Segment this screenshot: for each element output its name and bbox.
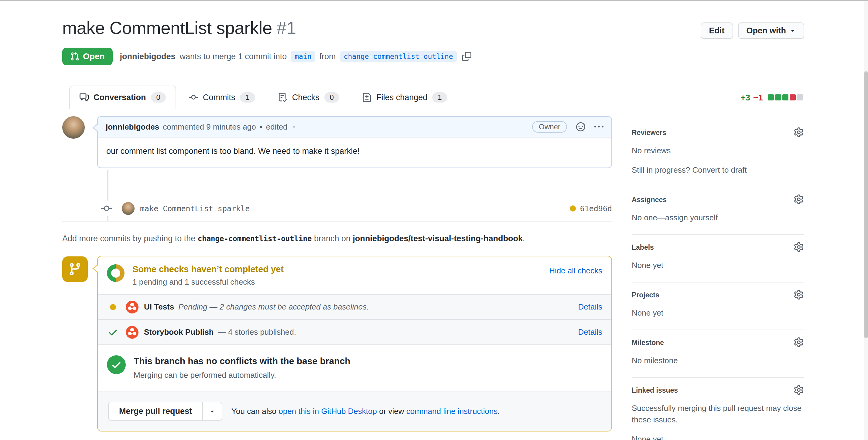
git-commit-icon [101,201,112,216]
comment-header: jonniebigodes commented 9 minutes ago • … [98,117,611,137]
check-row-ui-tests: UI Tests Pending — 2 changes must be acc… [98,294,611,319]
meta-text: wants to merge 1 commit into [180,52,287,61]
check-description: Pending — 2 changes must be accepted as … [178,302,369,312]
tab-count: 1 [432,92,447,103]
checklist-icon [278,93,287,102]
gear-icon[interactable] [794,337,804,347]
tab-count: 1 [240,92,255,103]
copy-branch-button[interactable] [462,52,471,61]
tab-files-changed[interactable]: Files changed 1 [352,86,457,109]
checks-summary: Some checks haven’t completed yet 1 pend… [98,257,611,294]
checks-title: Some checks haven’t completed yet [132,264,284,274]
avatar[interactable] [62,116,85,139]
gear-icon[interactable] [794,195,804,204]
git-commit-icon [189,93,198,102]
reviewers-hint: Still in progress? Convert to draft [632,164,804,176]
pending-dot-icon [107,304,119,310]
diff-block-add [768,94,774,100]
merge-pull-request-button[interactable]: Merge pull request [109,402,203,420]
sidebar-section-reviewers: Reviewers No reviews Still in progress? … [632,120,804,187]
commit-message-link[interactable]: make CommentList sparkle [140,204,250,213]
pr-number: #1 [277,18,296,38]
diffstat-blocks [767,93,803,103]
alternative-merge-text: You can also open this in GitHub Desktop… [231,407,500,416]
assignees-value: No one—assign yourself [632,212,804,223]
head-branch-chip[interactable]: change-commentlist-outline [340,51,457,62]
chromatic-logo-icon [126,326,138,339]
comment-options-button[interactable] [594,122,603,131]
push-hint-text: Add more commits by pushing to the [62,234,195,243]
chevron-down-icon [789,28,796,34]
kebab-horizontal-icon [594,122,603,131]
clipboard-copy-icon [462,52,471,61]
tab-checks[interactable]: Checks 0 [268,86,349,109]
header-actions: Edit Open with [701,23,805,39]
tab-label: Commits [203,93,236,102]
scrollbar-track[interactable] [864,1,868,440]
merge-options-dropdown[interactable] [203,402,222,420]
scrollbar-thumb[interactable] [864,71,868,338]
merge-status-box: Some checks haven’t completed yet 1 pend… [97,256,612,432]
sidebar-section-assignees: Assignees No one—assign yourself [632,187,804,235]
edit-button-label: Edit [709,26,725,35]
gear-icon[interactable] [794,128,804,137]
window-top-border [0,0,868,1]
tab-label: Files changed [376,93,427,102]
pr-comment: jonniebigodes commented 9 minutes ago • … [97,116,612,168]
timeline-divider [62,221,612,222]
section-title: Linked issues [632,386,804,395]
also-text: or view [379,407,404,416]
pr-author-link[interactable]: jonniebigodes [120,52,176,61]
comment-discussion-icon [80,93,89,102]
details-link[interactable]: Details [578,302,602,312]
diff-block-del [789,94,796,100]
owner-badge[interactable]: Owner [532,121,567,133]
gear-icon[interactable] [794,385,804,395]
gear-icon[interactable] [794,290,804,300]
meta-text-from: from [319,52,336,61]
mergeability-section: This branch has no conflicts with the ba… [98,344,611,391]
no-conflicts-title: This branch has no conflicts with the ba… [134,356,350,366]
commit-avatar[interactable] [122,202,134,215]
triangle-down-icon [209,408,216,414]
hint-text: Still in progress? [632,165,690,174]
merge-split-button: Merge pull request [108,402,222,420]
file-diff-icon [362,93,371,102]
reviewers-value: No reviews [632,145,804,156]
assign-yourself-link[interactable]: assign yourself [665,213,718,222]
edit-button[interactable]: Edit [701,23,733,39]
command-line-instructions-link[interactable]: command line instructions [406,407,498,416]
pr-header: make CommentList sparkle #1 Edit Open wi… [62,18,804,65]
details-link[interactable]: Details [578,328,602,337]
convert-to-draft-link[interactable]: Convert to draft [692,165,746,174]
gear-icon[interactable] [794,242,804,252]
base-branch-chip[interactable]: main [291,51,315,62]
comment-edited-label: edited [266,122,288,132]
section-title: Labels [632,243,804,251]
tab-conversation[interactable]: Conversation 0 [69,86,176,109]
add-reaction-button[interactable] [576,122,585,131]
pending-status-dot-icon[interactable] [570,205,576,211]
check-name: Storybook Publish [144,328,214,337]
success-check-icon [107,327,119,337]
tab-count: 0 [324,92,339,103]
push-hint-branch: change-commentlist-outline [198,235,312,243]
hide-all-checks-link[interactable]: Hide all checks [549,264,602,275]
linked-issues-value: None yet [632,433,804,440]
chromatic-logo-icon [126,301,138,313]
open-with-button[interactable]: Open with [738,23,805,39]
comment-body: our comment list component is too bland.… [98,137,611,168]
tab-commits[interactable]: Commits 1 [179,86,266,109]
github-desktop-link[interactable]: open this in GitHub Desktop [279,407,377,416]
check-description: — 4 stories published. [218,328,296,337]
check-row-storybook-publish: Storybook Publish — 4 stories published.… [98,319,611,344]
open-with-label: Open with [746,26,786,35]
commit-sha-link[interactable]: 61ed96d [580,204,612,213]
merge-action-section: Merge pull request You can also open thi… [98,391,611,431]
checks-progress-donut-icon [107,264,125,282]
diff-block-add [775,94,781,100]
linked-issues-description: Successfully merging this pull request m… [632,402,804,426]
edited-dropdown-caret-icon[interactable] [291,124,297,130]
comment-author-link[interactable]: jonniebigodes [106,122,159,132]
smiley-icon [576,122,585,131]
